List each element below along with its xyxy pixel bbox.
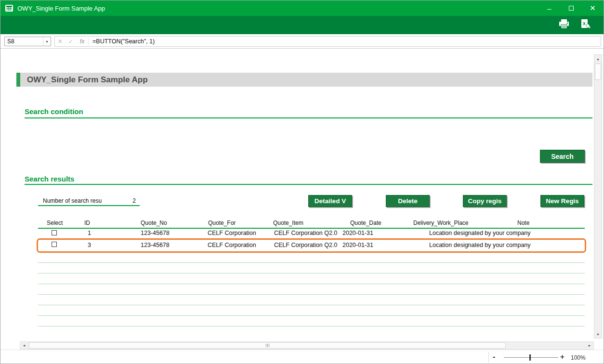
app-icon: [5, 4, 13, 13]
thumb-grip-icon: [266, 344, 266, 347]
cell-quote-no: 123-45678: [141, 242, 170, 248]
scroll-left-icon: ◄: [23, 344, 26, 347]
table-header-row: Select ID Quote_No Quote_For Quote_Item …: [38, 220, 585, 227]
search-results-heading: Search results: [25, 175, 74, 183]
status-bar: - + 100%: [0, 350, 604, 364]
cell-quote-item: CELF Corporation Q2.0: [274, 230, 337, 236]
column-header-id: ID: [84, 220, 90, 226]
horizontal-scroll-thumb[interactable]: [29, 342, 506, 349]
copy-registration-button[interactable]: Copy regis: [463, 195, 507, 207]
cell-quote-date: 2020-01-31: [342, 230, 373, 236]
window-titlebar: OWY_Single Form Sample App – ✕: [0, 0, 604, 16]
column-header-quote-for: Quote_For: [208, 220, 236, 226]
column-header-note: Note: [517, 220, 529, 226]
result-count-box: Number of search resu 2: [38, 195, 140, 206]
scroll-left-button[interactable]: ◄: [20, 342, 28, 349]
cell-quote-no: 123-45678: [141, 230, 170, 236]
cell-quote-date: 2020-01-31: [342, 242, 373, 248]
cell-quote-for: CELF Corporation: [208, 230, 256, 236]
status-bar-separator: [488, 352, 489, 363]
cell-quote-for: CELF Corporation: [208, 242, 256, 248]
empty-table-row: [38, 273, 585, 284]
print-button[interactable]: [558, 19, 570, 31]
maximize-icon: [569, 6, 574, 11]
thumb-grip-icon: [267, 344, 268, 347]
empty-table-row: [38, 284, 585, 295]
horizontal-scrollbar[interactable]: ◄ ►: [20, 341, 594, 350]
empty-table-row: [38, 305, 585, 316]
formula-field[interactable]: ✕ ✓ fx =BUTTON("Search", 1): [54, 36, 601, 47]
cell-quote-item: CELF Corporation Q2.0: [274, 242, 337, 248]
column-header-delivery-work-place: Delivery_Work_Place: [413, 220, 469, 226]
formula-text[interactable]: =BUTTON("Search", 1): [92, 38, 155, 45]
export-excel-button[interactable]: x: [579, 19, 591, 31]
zoom-slider[interactable]: [504, 357, 558, 358]
column-header-select: Select: [47, 220, 63, 226]
svg-text:x: x: [583, 21, 586, 26]
confirm-icon[interactable]: ✓: [66, 38, 76, 45]
search-condition-divider: [25, 117, 592, 118]
close-button[interactable]: ✕: [582, 0, 604, 16]
empty-table-row: [38, 263, 585, 273]
empty-table-row: [38, 252, 585, 263]
insert-function-icon[interactable]: fx: [76, 38, 89, 45]
zoom-in-button[interactable]: +: [560, 352, 565, 361]
scroll-right-icon: ►: [588, 344, 591, 347]
page-title-bar: OWY_Single Form Sample App: [20, 73, 592, 87]
result-count-value: 2: [132, 197, 136, 204]
printer-icon: [558, 18, 570, 32]
maximize-button[interactable]: [560, 0, 582, 16]
cell-reference-box[interactable]: S8 ▼: [4, 37, 51, 46]
search-condition-heading: Search condition: [25, 107, 83, 116]
new-registration-button[interactable]: New Regis: [540, 195, 584, 207]
table-row[interactable]: 1 123-45678 CELF Corporation CELF Corpor…: [38, 228, 585, 239]
row-select-checkbox[interactable]: [52, 230, 57, 235]
zoom-level: 100%: [571, 354, 586, 361]
table-row-highlighted[interactable]: 3 123-45678 CELF Corporation CELF Corpor…: [38, 240, 585, 251]
result-count-label: Number of search resu: [43, 197, 102, 204]
cell-id: 1: [70, 230, 91, 236]
minimize-icon: –: [547, 4, 551, 13]
app-toolbar: x: [0, 16, 604, 34]
detailed-view-button[interactable]: Detailed V: [308, 195, 352, 207]
cell-reference: S8: [5, 38, 43, 45]
column-header-quote-no: Quote_No: [141, 220, 167, 226]
name-box-dropdown-icon[interactable]: ▼: [43, 37, 51, 46]
app-window: OWY_Single Form Sample App – ✕: [0, 0, 604, 364]
form-content: OWY_Single Form Sample App Search condit…: [0, 49, 594, 341]
vertical-scroll-thumb[interactable]: [595, 64, 601, 80]
scroll-down-button[interactable]: ▼: [594, 330, 602, 338]
formula-bar: S8 ▼ ✕ ✓ fx =BUTTON("Search", 1): [0, 34, 604, 49]
page-title: OWY_Single Form Sample App: [27, 75, 148, 85]
window-title: OWY_Single Form Sample App: [17, 5, 105, 12]
empty-table-row: [38, 295, 585, 305]
zoom-out-button[interactable]: -: [493, 352, 495, 361]
export-excel-icon: x: [579, 18, 591, 32]
search-button[interactable]: Search: [540, 150, 585, 163]
column-header-quote-item: Quote_Item: [273, 220, 303, 226]
window-controls: – ✕: [538, 0, 604, 16]
row-select-checkbox[interactable]: [52, 242, 57, 247]
cancel-icon[interactable]: ✕: [55, 38, 66, 45]
thumb-grip-icon: [269, 344, 269, 347]
search-results-divider: [25, 184, 592, 185]
page-title-accent: [16, 73, 20, 87]
empty-table-row: [38, 316, 585, 326]
cell-delivery-work-place: Location designated by your company: [429, 230, 531, 236]
column-header-quote-date: Quote_Date: [350, 220, 381, 226]
close-icon: ✕: [590, 4, 596, 13]
minimize-button[interactable]: –: [538, 0, 560, 16]
cell-delivery-work-place: Location designated by your company: [429, 242, 531, 248]
delete-button[interactable]: Delete: [386, 195, 430, 207]
vertical-scrollbar[interactable]: ▲ ▼: [594, 54, 602, 338]
scroll-right-button[interactable]: ►: [586, 342, 593, 349]
cell-id: 3: [70, 242, 91, 248]
scroll-up-icon: ▲: [596, 57, 600, 61]
scroll-up-button[interactable]: ▲: [594, 55, 602, 63]
zoom-slider-thumb[interactable]: [529, 354, 531, 361]
scroll-down-icon: ▼: [596, 333, 600, 336]
